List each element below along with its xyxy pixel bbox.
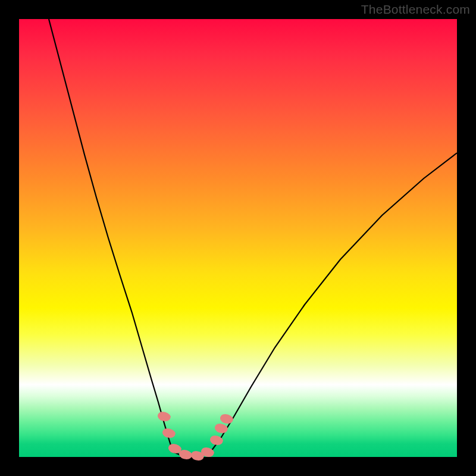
highlight-dot: [215, 424, 228, 433]
highlight-dot: [162, 428, 176, 438]
highlight-dot: [179, 450, 192, 459]
chart-frame: TheBottleneck.com: [0, 0, 476, 476]
highlight-dot: [158, 412, 171, 421]
plot-area: [19, 19, 457, 457]
highlight-dot: [168, 444, 181, 453]
chart-svg: [19, 19, 457, 457]
highlight-dot: [220, 414, 233, 424]
watermark-text: TheBottleneck.com: [361, 2, 470, 17]
bottleneck-curve: [49, 19, 457, 457]
